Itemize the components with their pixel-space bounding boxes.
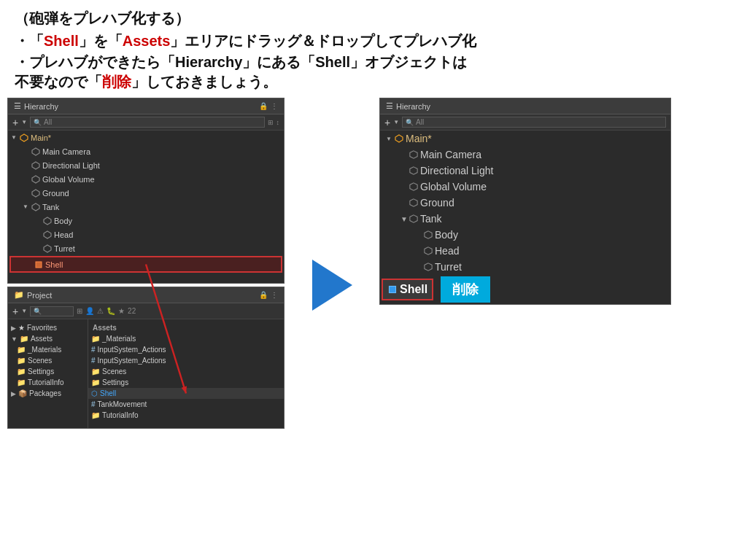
shell-label-right: Shell xyxy=(400,283,427,296)
shell-delete-row: Shell 削除 xyxy=(380,275,670,304)
sort-btn[interactable]: ↕ xyxy=(276,119,280,126)
right-add-btn[interactable]: + xyxy=(384,117,390,128)
svg-marker-15 xyxy=(409,215,417,222)
ground-icon-left xyxy=(31,188,40,198)
head-label-right: Head xyxy=(435,245,459,257)
expand-tank-left[interactable] xyxy=(23,203,28,210)
project-filter3[interactable]: ⚠ xyxy=(97,307,104,315)
scenes-sidebar-item[interactable]: 📁 Scenes xyxy=(8,355,88,366)
right-hierarchy-icon: ☰ xyxy=(386,101,393,111)
project-filter1[interactable]: ⊞ xyxy=(77,307,82,315)
tutorialinfo-asset[interactable]: 📁 TutorialInfo xyxy=(88,410,284,421)
shell-cube-icon-left xyxy=(34,260,43,269)
global-volume-label-left: Global Volume xyxy=(42,175,95,184)
left-project-panel: 📁 Project 🔒 ⋮ + ▼ 🔍 ⊞ 👤 ⚠ 🐛 ★ 22 xyxy=(7,287,285,429)
main-camera-label-left: Main Camera xyxy=(42,147,90,156)
scenes-sidebar-label: Scenes xyxy=(28,357,52,365)
svg-marker-16 xyxy=(424,231,431,238)
right-hierarchy-panel: ☰ Hierarchy + ▼ 🔍 All Main* Main C xyxy=(379,98,671,305)
materials-sidebar-item[interactable]: 📁 _Materials xyxy=(8,344,88,355)
hierarchy-icon: ☰ xyxy=(14,101,21,111)
expand-main[interactable] xyxy=(11,134,17,141)
ground-label-left: Ground xyxy=(42,189,69,198)
body-icon-right xyxy=(423,230,433,240)
ground-icon-right xyxy=(409,198,418,208)
project-dropdown-btn[interactable]: ▼ xyxy=(21,308,27,314)
assets-sidebar-item[interactable]: ▼ 📁 Assets xyxy=(8,333,88,344)
inputsystem-asset1-label: InputSystem_Actions xyxy=(98,346,166,354)
scenes-asset[interactable]: 📁 Scenes xyxy=(88,366,284,377)
materials-sidebar-label: _Materials xyxy=(28,346,61,354)
favorites-item[interactable]: ▶ ★ Favorites xyxy=(8,322,88,333)
left-hierarchy-panel: ☰ Hierarchy 🔒 ⋮ + ▼ 🔍 All ⊞ ↕ xyxy=(7,98,285,284)
project-folder-icon: 📁 xyxy=(14,290,24,300)
turret-label-right: Turret xyxy=(435,261,462,273)
materials-asset[interactable]: 📁 _Materials xyxy=(88,333,284,344)
head-icon-right xyxy=(423,246,433,256)
instruction-line3: ・プレハブができたら「Hierarchy」にある「Shell」オブジェクトは xyxy=(15,52,732,72)
svg-marker-5 xyxy=(32,203,39,211)
project-menu-icon: ⋮ xyxy=(271,291,278,299)
expand-tank-right[interactable] xyxy=(400,215,406,223)
inputsystem-asset2[interactable]: # InputSystem_Actions xyxy=(88,355,284,366)
shell-label-left-hierarchy: Shell xyxy=(45,260,63,269)
main-camera-icon-right xyxy=(409,150,418,160)
project-add-btn[interactable]: + xyxy=(12,306,18,317)
svg-marker-2 xyxy=(32,162,39,169)
tankmovement-label: TankMovement xyxy=(98,400,147,408)
project-filter2[interactable]: 👤 xyxy=(85,307,94,315)
direction-arrow xyxy=(306,141,357,429)
hierarchy-title: Hierarchy xyxy=(24,102,58,111)
project-lock-icon: 🔒 xyxy=(259,291,268,299)
main-scene-label-right: Main* xyxy=(406,133,432,144)
global-volume-label-right: Global Volume xyxy=(420,181,487,192)
dropdown-btn[interactable]: ▼ xyxy=(21,119,27,125)
right-dropdown-btn[interactable]: ▼ xyxy=(393,119,399,125)
filter-btn[interactable]: ⊞ xyxy=(268,119,274,126)
svg-rect-19 xyxy=(389,287,395,293)
svg-marker-6 xyxy=(44,217,51,225)
svg-marker-11 xyxy=(409,151,417,158)
directional-light-label-right: Directional Light xyxy=(420,165,493,176)
packages-sidebar-label: Packages xyxy=(29,389,61,397)
project-sidebar: ▶ ★ Favorites ▼ 📁 Assets 📁 _Materials xyxy=(8,319,88,428)
body-icon-left xyxy=(42,216,52,225)
shell-item-right-hierarchy[interactable]: Shell xyxy=(382,279,433,300)
project-filter5[interactable]: ★ xyxy=(118,307,125,315)
tutorialinfo-sidebar-label: TutorialInfo xyxy=(28,378,64,386)
delete-button[interactable]: 削除 xyxy=(441,276,490,303)
svg-marker-1 xyxy=(32,148,39,155)
tank-icon-left xyxy=(31,202,40,211)
directional-light-icon-right xyxy=(409,166,418,176)
shell-item-left-hierarchy[interactable]: Shell xyxy=(9,256,282,273)
add-button-left-hier[interactable]: + xyxy=(12,117,18,128)
svg-marker-10 xyxy=(395,135,403,142)
scene-icon xyxy=(19,133,28,142)
shell-cube-icon-right xyxy=(387,285,397,295)
turret-icon-right xyxy=(423,262,433,272)
inputsystem-asset1[interactable]: # InputSystem_Actions xyxy=(88,344,284,355)
main-camera-label-right: Main Camera xyxy=(420,149,481,160)
shell-project-label: Shell xyxy=(100,389,116,397)
main-scene-label: Main* xyxy=(31,133,51,142)
global-volume-icon-left xyxy=(31,174,40,184)
shell-project-item[interactable]: ⬡ Shell xyxy=(88,388,284,399)
tank-icon-right xyxy=(409,214,418,224)
project-count: 22 xyxy=(128,307,136,315)
svg-marker-4 xyxy=(32,190,39,197)
settings-asset-label: Settings xyxy=(102,378,128,386)
right-hierarchy-title: Hierarchy xyxy=(396,102,430,111)
settings-sidebar-item[interactable]: 📁 Settings xyxy=(8,366,88,377)
packages-sidebar-item[interactable]: ▶ 📦 Packages xyxy=(8,388,88,399)
global-volume-icon-right xyxy=(409,182,418,192)
svg-marker-13 xyxy=(409,183,417,190)
tankmovement-asset[interactable]: # TankMovement xyxy=(88,399,284,410)
project-filter4[interactable]: 🐛 xyxy=(107,307,115,315)
svg-marker-0 xyxy=(20,134,28,141)
svg-marker-17 xyxy=(424,247,431,254)
tutorialinfo-sidebar-item[interactable]: 📁 TutorialInfo xyxy=(8,377,88,388)
expand-main-right[interactable] xyxy=(386,136,392,142)
main-camera-icon-left xyxy=(31,147,40,156)
settings-asset[interactable]: 📁 Settings xyxy=(88,377,284,388)
head-label-left: Head xyxy=(54,230,73,239)
